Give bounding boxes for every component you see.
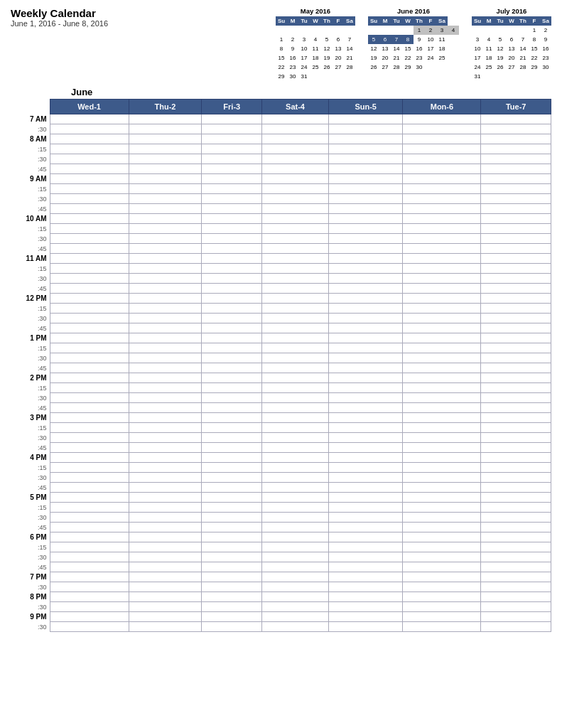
calendar-cell[interactable] — [202, 413, 262, 423]
calendar-cell[interactable] — [129, 562, 202, 572]
calendar-cell[interactable] — [129, 433, 202, 443]
calendar-cell[interactable] — [129, 314, 202, 323]
calendar-cell[interactable] — [481, 523, 551, 532]
calendar-cell[interactable] — [328, 572, 403, 582]
calendar-cell[interactable] — [202, 433, 262, 443]
calendar-cell[interactable] — [129, 473, 202, 483]
calendar-cell[interactable] — [328, 333, 403, 343]
calendar-cell[interactable] — [403, 204, 481, 214]
calendar-cell[interactable] — [50, 542, 129, 552]
calendar-cell[interactable] — [129, 114, 202, 124]
calendar-cell[interactable] — [481, 174, 551, 184]
calendar-cell[interactable] — [262, 393, 329, 403]
calendar-cell[interactable] — [403, 164, 481, 174]
calendar-cell[interactable] — [262, 184, 329, 194]
calendar-cell[interactable] — [403, 513, 481, 523]
calendar-cell[interactable] — [328, 343, 403, 353]
calendar-cell[interactable] — [262, 542, 329, 552]
calendar-cell[interactable] — [129, 403, 202, 413]
calendar-cell[interactable] — [202, 124, 262, 134]
calendar-cell[interactable] — [202, 453, 262, 463]
calendar-cell[interactable] — [328, 373, 403, 383]
calendar-cell[interactable] — [129, 363, 202, 373]
calendar-cell[interactable] — [328, 244, 403, 254]
calendar-cell[interactable] — [328, 284, 403, 294]
calendar-cell[interactable] — [403, 343, 481, 353]
calendar-cell[interactable] — [481, 373, 551, 383]
calendar-cell[interactable] — [202, 552, 262, 562]
calendar-cell[interactable] — [50, 154, 129, 164]
calendar-cell[interactable] — [129, 184, 202, 194]
calendar-cell[interactable] — [262, 244, 329, 254]
calendar-cell[interactable] — [481, 194, 551, 204]
calendar-cell[interactable] — [481, 144, 551, 154]
calendar-cell[interactable] — [262, 114, 329, 124]
calendar-cell[interactable] — [262, 124, 329, 134]
calendar-cell[interactable] — [129, 622, 202, 632]
calendar-cell[interactable] — [328, 453, 403, 463]
calendar-cell[interactable] — [50, 582, 129, 592]
calendar-cell[interactable] — [262, 582, 329, 592]
calendar-cell[interactable] — [403, 304, 481, 314]
calendar-cell[interactable] — [328, 154, 403, 164]
calendar-cell[interactable] — [129, 582, 202, 592]
calendar-cell[interactable] — [50, 264, 129, 274]
calendar-cell[interactable] — [202, 194, 262, 204]
calendar-cell[interactable] — [129, 353, 202, 363]
calendar-cell[interactable] — [50, 602, 129, 612]
calendar-cell[interactable] — [481, 353, 551, 363]
calendar-cell[interactable] — [50, 443, 129, 453]
calendar-cell[interactable] — [129, 164, 202, 174]
calendar-cell[interactable] — [129, 602, 202, 612]
calendar-cell[interactable] — [403, 363, 481, 373]
calendar-cell[interactable] — [328, 323, 403, 333]
calendar-cell[interactable] — [262, 174, 329, 184]
calendar-cell[interactable] — [50, 274, 129, 284]
calendar-cell[interactable] — [202, 343, 262, 353]
calendar-cell[interactable] — [328, 363, 403, 373]
calendar-cell[interactable] — [481, 393, 551, 403]
calendar-cell[interactable] — [202, 493, 262, 503]
calendar-cell[interactable] — [403, 174, 481, 184]
calendar-cell[interactable] — [403, 154, 481, 164]
calendar-cell[interactable] — [328, 164, 403, 174]
calendar-cell[interactable] — [262, 622, 329, 632]
calendar-cell[interactable] — [481, 323, 551, 333]
calendar-cell[interactable] — [50, 184, 129, 194]
calendar-cell[interactable] — [481, 124, 551, 134]
calendar-cell[interactable] — [50, 294, 129, 304]
calendar-cell[interactable] — [262, 333, 329, 343]
calendar-cell[interactable] — [50, 513, 129, 523]
calendar-cell[interactable] — [50, 433, 129, 443]
calendar-cell[interactable] — [262, 433, 329, 443]
calendar-cell[interactable] — [481, 343, 551, 353]
calendar-cell[interactable] — [50, 144, 129, 154]
calendar-cell[interactable] — [403, 453, 481, 463]
calendar-cell[interactable] — [202, 503, 262, 513]
calendar-cell[interactable] — [262, 224, 329, 234]
calendar-cell[interactable] — [328, 234, 403, 244]
calendar-cell[interactable] — [129, 254, 202, 264]
calendar-cell[interactable] — [403, 413, 481, 423]
calendar-cell[interactable] — [202, 274, 262, 284]
calendar-cell[interactable] — [262, 254, 329, 264]
calendar-cell[interactable] — [202, 154, 262, 164]
calendar-cell[interactable] — [403, 562, 481, 572]
calendar-cell[interactable] — [403, 124, 481, 134]
calendar-cell[interactable] — [50, 423, 129, 433]
calendar-cell[interactable] — [403, 323, 481, 333]
calendar-cell[interactable] — [50, 523, 129, 532]
calendar-cell[interactable] — [481, 602, 551, 612]
calendar-cell[interactable] — [129, 224, 202, 234]
calendar-cell[interactable] — [262, 453, 329, 463]
calendar-cell[interactable] — [262, 473, 329, 483]
calendar-cell[interactable] — [403, 622, 481, 632]
calendar-cell[interactable] — [481, 403, 551, 413]
calendar-cell[interactable] — [129, 124, 202, 134]
calendar-cell[interactable] — [328, 393, 403, 403]
calendar-cell[interactable] — [328, 612, 403, 622]
calendar-cell[interactable] — [202, 264, 262, 274]
calendar-cell[interactable] — [403, 523, 481, 532]
calendar-cell[interactable] — [481, 562, 551, 572]
calendar-cell[interactable] — [50, 114, 129, 124]
